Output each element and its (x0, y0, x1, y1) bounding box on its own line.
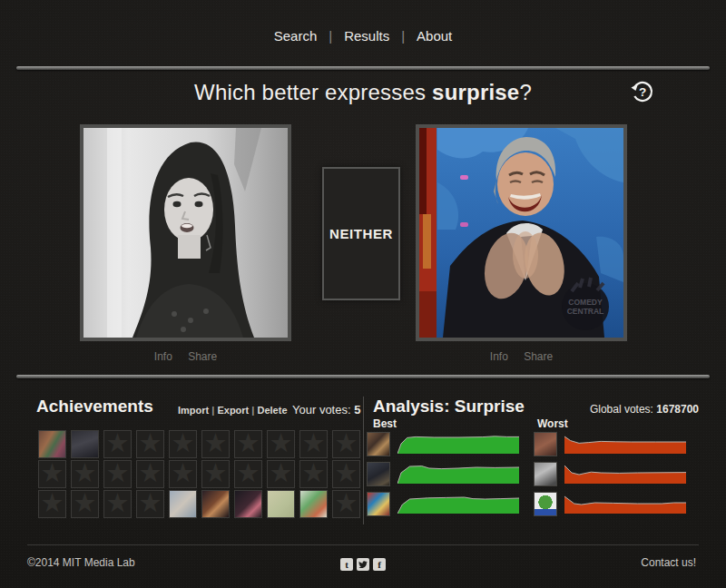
achievement-tile-unlocked[interactable] (267, 490, 295, 518)
analysis-row (534, 492, 690, 516)
achievement-tile[interactable]: ★ (201, 460, 230, 488)
vote-sparkline (564, 436, 686, 454)
middle-divider (16, 375, 710, 378)
nav-separator: | (401, 28, 405, 44)
gif-thumbnail[interactable] (534, 432, 557, 456)
achievement-tile[interactable]: ★ (71, 490, 99, 518)
achievement-tile[interactable]: ★ (103, 460, 132, 488)
achievement-tile[interactable]: ★ (299, 430, 328, 458)
bw-woman-gif-illustration (83, 128, 288, 338)
achievement-tile[interactable]: ★ (267, 430, 295, 458)
locked-star-icon: ★ (204, 430, 228, 456)
gif-thumbnail[interactable] (367, 432, 390, 456)
achievement-tile[interactable]: ★ (38, 490, 66, 518)
analysis-row (534, 432, 690, 456)
achievement-tile-unlocked[interactable] (38, 430, 66, 458)
achievement-tile[interactable]: ★ (136, 460, 164, 488)
achievement-tile[interactable]: ★ (332, 460, 360, 488)
watermark-line2: CENTRAL (567, 307, 604, 316)
locked-star-icon: ★ (270, 460, 293, 486)
question-prefix: Which better expresses (194, 80, 432, 104)
locked-star-icon: ★ (270, 430, 293, 456)
export-link[interactable]: Export (217, 405, 249, 416)
worst-column-label: Worst (537, 417, 568, 430)
contact-link[interactable]: Contact us! (641, 556, 696, 569)
social-icons: tf (0, 558, 726, 571)
locked-star-icon: ★ (302, 430, 326, 456)
footer-divider (27, 544, 699, 545)
achievement-tile[interactable]: ★ (332, 430, 360, 458)
achievement-tile[interactable]: ★ (169, 460, 197, 488)
achievement-tile-unlocked[interactable] (201, 490, 230, 518)
left-gif-candidate[interactable] (80, 124, 291, 341)
achievement-tile[interactable]: ★ (234, 460, 262, 488)
vote-sparkline (397, 436, 519, 454)
left-info-link[interactable]: Info (154, 350, 172, 363)
page-title: Which better expresses surprise? (0, 80, 726, 105)
achievement-tile[interactable]: ★ (71, 460, 99, 488)
neither-button[interactable]: NEITHER (322, 167, 400, 300)
achievement-tile[interactable]: ★ (234, 430, 262, 458)
worst-column (534, 432, 690, 522)
locked-star-icon: ★ (41, 490, 64, 516)
achievement-tile-unlocked[interactable] (299, 490, 328, 518)
achievement-tile[interactable]: ★ (38, 460, 66, 488)
nav-item-results[interactable]: Results (344, 28, 389, 44)
nav-item-about[interactable]: About (417, 28, 452, 44)
your-votes-value: 5 (354, 403, 360, 416)
achievement-tile-unlocked[interactable] (71, 430, 99, 458)
locked-star-icon: ★ (204, 460, 228, 486)
achievement-tile[interactable]: ★ (103, 490, 132, 518)
achievement-tile[interactable]: ★ (299, 460, 328, 488)
locked-star-icon: ★ (106, 490, 130, 516)
achievement-tile[interactable]: ★ (169, 430, 197, 458)
locked-star-icon: ★ (41, 460, 64, 486)
vote-sparkline (564, 495, 686, 514)
global-votes: Global votes: 1678700 (590, 403, 699, 416)
locked-star-icon: ★ (74, 490, 97, 516)
gif-thumbnail[interactable] (367, 462, 390, 486)
locked-star-icon: ★ (139, 460, 162, 486)
locked-star-icon: ★ (335, 490, 358, 516)
clapping-host-gif-illustration: COMEDY CENTRAL (419, 128, 623, 338)
achievements-grid: ★★★★★★★★★★★★★★★★★★★★★★★ (38, 430, 360, 518)
svg-text:?: ? (639, 85, 646, 99)
achievement-tile[interactable]: ★ (136, 430, 164, 458)
vote-sparkline (397, 495, 519, 514)
facebook-icon[interactable]: f (373, 558, 386, 571)
locked-star-icon: ★ (172, 460, 195, 486)
question-suffix: ? (519, 80, 532, 104)
nav-item-search[interactable]: Search (274, 28, 318, 44)
right-gif-meta: Info Share (416, 350, 627, 363)
vote-sparkline (397, 466, 519, 484)
achievement-tile[interactable]: ★ (201, 430, 230, 458)
achievement-tile[interactable]: ★ (103, 430, 132, 458)
gifgif-voting-page: Search|Results|About Which better expres… (0, 0, 726, 588)
achievement-tile-unlocked[interactable] (169, 490, 197, 518)
gif-thumbnail[interactable] (534, 462, 557, 486)
analysis-row (367, 462, 523, 486)
achievement-tile[interactable]: ★ (267, 460, 295, 488)
delete-link[interactable]: Delete (257, 405, 287, 416)
right-gif-candidate[interactable]: COMEDY CENTRAL (416, 124, 627, 341)
panel-divider (363, 397, 364, 524)
import-link[interactable]: Import (178, 405, 209, 416)
right-share-link[interactable]: Share (524, 350, 553, 363)
achievement-tile[interactable]: ★ (332, 490, 360, 518)
locked-star-icon: ★ (302, 460, 326, 486)
global-votes-value: 1678700 (656, 403, 699, 416)
achievement-tile-unlocked[interactable] (234, 490, 262, 518)
global-votes-label: Global votes: (590, 403, 653, 416)
locked-star-icon: ★ (237, 430, 260, 456)
achievement-actions: Import | Export | Delete (178, 405, 288, 416)
gif-thumbnail[interactable] (367, 492, 390, 516)
locked-star-icon: ★ (106, 460, 130, 486)
achievement-tile[interactable]: ★ (136, 490, 164, 518)
tumblr-icon[interactable]: t (340, 558, 353, 571)
gif-thumbnail[interactable] (534, 492, 557, 516)
twitter-icon[interactable] (357, 558, 369, 571)
nav-separator: | (329, 28, 332, 44)
help-replay-icon[interactable]: ? (630, 79, 655, 104)
right-info-link[interactable]: Info (490, 350, 508, 363)
left-share-link[interactable]: Share (188, 350, 217, 363)
